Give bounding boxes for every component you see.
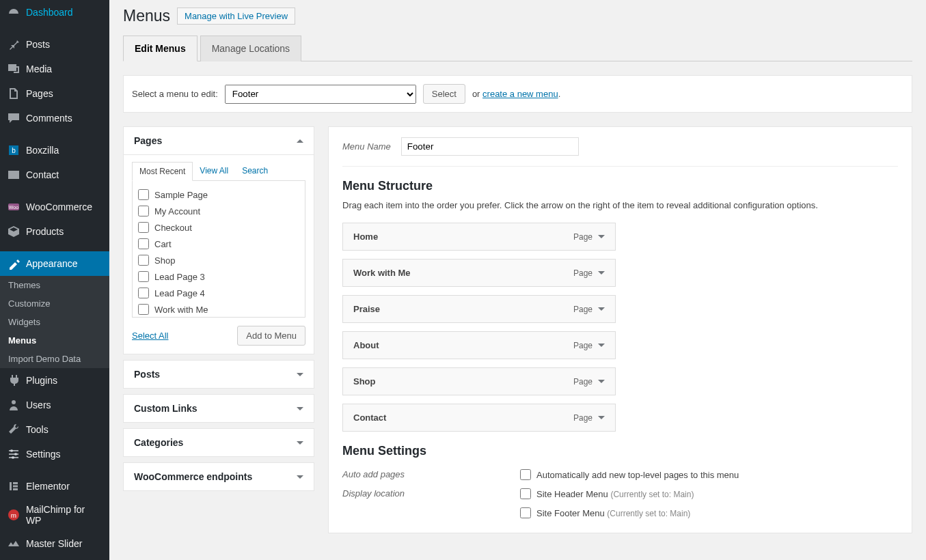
sidebar-item-boxzilla[interactable]: bBoxzilla bbox=[0, 138, 109, 163]
acc-tab-most-recent[interactable]: Most Recent bbox=[132, 162, 193, 181]
sidebar-item-tools[interactable]: Tools bbox=[0, 417, 109, 442]
caret-down-icon[interactable] bbox=[598, 235, 605, 238]
sidebar-subitem-menus[interactable]: Menus bbox=[0, 331, 109, 350]
settings-option[interactable]: Automatically add new top-level pages to… bbox=[520, 469, 739, 480]
page-list-item[interactable]: Cart bbox=[138, 236, 299, 252]
accordion-header[interactable]: Categories bbox=[124, 429, 314, 456]
caret-down-icon[interactable] bbox=[598, 416, 605, 419]
menu-item-title: Contact bbox=[353, 412, 386, 423]
page-checkbox[interactable] bbox=[138, 255, 149, 266]
accordion-woocommerce-endpoints: WooCommerce endpoints bbox=[123, 462, 314, 491]
page-checkbox[interactable] bbox=[138, 288, 149, 298]
sidebar-item-appearance[interactable]: Appearance bbox=[0, 251, 109, 276]
caret-down-icon[interactable] bbox=[598, 344, 605, 347]
page-checkbox[interactable] bbox=[138, 206, 149, 216]
sidebar-item-users[interactable]: Users bbox=[0, 393, 109, 417]
accordion-header[interactable]: Posts bbox=[124, 361, 314, 388]
sidebar-item-mailchimp-for-wp[interactable]: mMailChimp for WP bbox=[0, 499, 109, 531]
settings-checkbox[interactable] bbox=[520, 469, 531, 480]
menu-item-title: Praise bbox=[353, 304, 380, 314]
menu-select-dropdown[interactable]: Footer bbox=[225, 85, 416, 104]
media-icon bbox=[7, 62, 21, 76]
page-list-item[interactable]: Shop bbox=[138, 252, 299, 268]
settings-checkbox[interactable] bbox=[520, 507, 531, 518]
page-checkbox[interactable] bbox=[138, 238, 149, 249]
caret-down-icon[interactable] bbox=[598, 307, 605, 311]
menu-item[interactable]: PraisePage bbox=[342, 295, 616, 323]
menu-item[interactable]: AboutPage bbox=[342, 331, 616, 359]
sidebar-item-dashboard[interactable]: Dashboard bbox=[0, 0, 109, 25]
caret-down-icon[interactable] bbox=[598, 271, 605, 275]
svg-point-4 bbox=[12, 400, 16, 404]
svg-rect-11 bbox=[10, 482, 12, 490]
settings-label bbox=[342, 507, 520, 518]
sidebar-item-master-slider[interactable]: Master Slider bbox=[0, 531, 109, 556]
menu-name-input[interactable] bbox=[401, 137, 579, 156]
caret-up-icon bbox=[297, 139, 303, 143]
accordion-header[interactable]: WooCommerce endpoints bbox=[124, 463, 314, 490]
page-item-label: Cart bbox=[154, 239, 172, 249]
sidebar-item-label: Elementor bbox=[26, 481, 70, 492]
page-list-item[interactable]: My Account bbox=[138, 203, 299, 219]
menu-item-type: Page bbox=[573, 268, 605, 278]
acc-tab-view-all[interactable]: View All bbox=[193, 162, 235, 180]
sidebar-subitem-themes[interactable]: Themes bbox=[0, 276, 109, 294]
plugins-icon bbox=[7, 374, 21, 387]
svg-text:b: b bbox=[12, 147, 16, 154]
products-icon bbox=[7, 225, 21, 238]
dashboard-icon bbox=[7, 5, 21, 19]
page-checkbox[interactable] bbox=[138, 189, 149, 200]
page-list-item[interactable]: Work with Me bbox=[138, 301, 299, 318]
elementor-icon bbox=[7, 479, 21, 493]
page-list-item[interactable]: Sample Page bbox=[138, 186, 299, 203]
sidebar-item-comments[interactable]: Comments bbox=[0, 106, 109, 130]
pin-icon bbox=[7, 38, 21, 51]
select-button[interactable]: Select bbox=[423, 84, 465, 104]
accordion-header[interactable]: Custom Links bbox=[124, 395, 314, 422]
sidebar-item-elementor[interactable]: Elementor bbox=[0, 474, 109, 499]
settings-option[interactable]: Site Footer Menu (Currently set to: Main… bbox=[520, 507, 690, 518]
main-content: Menus Manage with Live Preview Edit Menu… bbox=[109, 0, 926, 560]
sidebar-item-media[interactable]: Media bbox=[0, 57, 109, 81]
page-list[interactable]: Sample PageMy AccountCheckoutCartShopLea… bbox=[132, 181, 305, 318]
settings-row: Site Footer Menu (Currently set to: Main… bbox=[342, 503, 898, 522]
page-checkbox[interactable] bbox=[138, 304, 149, 315]
sidebar-item-products[interactable]: Products bbox=[0, 219, 109, 244]
add-to-menu-button[interactable]: Add to Menu bbox=[237, 326, 305, 346]
settings-checkbox[interactable] bbox=[520, 488, 531, 499]
create-new-menu-link[interactable]: create a new menu bbox=[482, 89, 558, 99]
page-list-item[interactable]: Lead Page 3 bbox=[138, 268, 299, 285]
menu-item[interactable]: Work with MePage bbox=[342, 259, 616, 287]
settings-option[interactable]: Site Header Menu (Currently set to: Main… bbox=[520, 488, 694, 499]
manage-live-preview-link[interactable]: Manage with Live Preview bbox=[177, 8, 295, 25]
sidebar-submenu: ThemesCustomizeWidgetsMenusImport Demo D… bbox=[0, 276, 109, 368]
select-all-link[interactable]: Select All bbox=[132, 331, 168, 341]
menu-item-type: Page bbox=[573, 341, 605, 350]
accordion-header[interactable]: Pages bbox=[124, 127, 314, 155]
page-list-item[interactable]: Lead Page 4 bbox=[138, 285, 299, 301]
sidebar-subitem-import-demo-data[interactable]: Import Demo Data bbox=[0, 350, 109, 368]
sidebar-item-posts[interactable]: Posts bbox=[0, 32, 109, 57]
tools-icon bbox=[7, 423, 21, 436]
tab-edit-menus[interactable]: Edit Menus bbox=[123, 36, 198, 61]
page-list-item[interactable]: Checkout bbox=[138, 219, 299, 236]
caret-down-icon bbox=[297, 441, 303, 445]
acc-tab-search[interactable]: Search bbox=[235, 162, 275, 180]
sidebar-subitem-customize[interactable]: Customize bbox=[0, 294, 109, 313]
sidebar-item-settings[interactable]: Settings bbox=[0, 442, 109, 466]
page-checkbox[interactable] bbox=[138, 271, 149, 282]
tab-manage-locations[interactable]: Manage Locations bbox=[200, 36, 301, 61]
menu-item-type: Page bbox=[573, 377, 605, 387]
sidebar-subitem-widgets[interactable]: Widgets bbox=[0, 313, 109, 331]
caret-down-icon[interactable] bbox=[598, 380, 605, 383]
page-checkbox[interactable] bbox=[138, 222, 149, 233]
menu-item[interactable]: HomePage bbox=[342, 223, 616, 251]
menu-item[interactable]: ShopPage bbox=[342, 367, 616, 395]
menu-item[interactable]: ContactPage bbox=[342, 404, 616, 432]
sidebar-item-woocommerce[interactable]: WooWooCommerce bbox=[0, 195, 109, 219]
menu-settings-title: Menu Settings bbox=[342, 444, 898, 458]
sidebar-item-pages[interactable]: Pages bbox=[0, 81, 109, 106]
sidebar-item-contact[interactable]: Contact bbox=[0, 163, 109, 187]
sidebar-item-plugins[interactable]: Plugins bbox=[0, 368, 109, 393]
sidebar-item-label: Pages bbox=[26, 88, 53, 99]
